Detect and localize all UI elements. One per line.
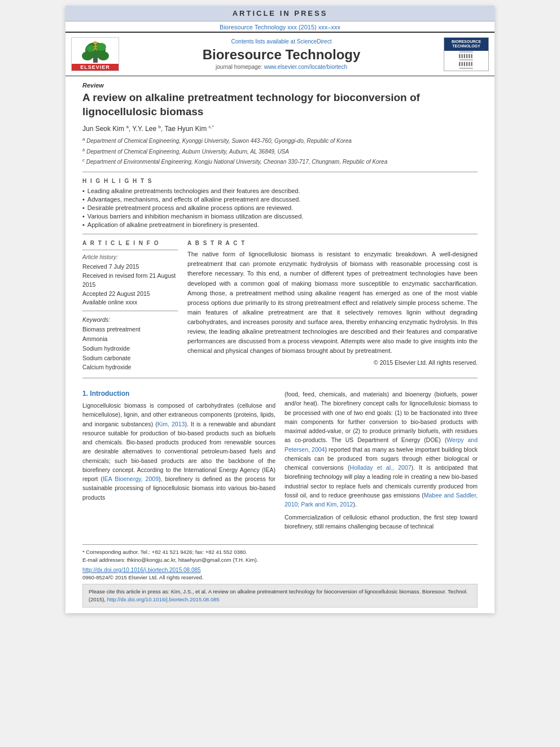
keyword-3: Sodium hydroxide [82, 344, 178, 353]
article-info-header: A R T I C L E I N F O [82, 240, 178, 246]
svg-point-6 [94, 41, 97, 45]
bioresource-logo: BIORESOURCETECHNOLOGY ━━━━━━▌▌▌▌▌▌━━━━━━… [444, 37, 489, 71]
abstract-col: A B S T R A C T The native form of ligno… [187, 240, 478, 372]
keyword-2: Ammonia [82, 334, 178, 344]
accepted-date: Accepted 22 August 2015 [82, 290, 178, 299]
elsevier-label-text: ELSEVIER [72, 64, 119, 71]
keyword-4: Sodium carbonate [82, 353, 178, 363]
corresponding-note: * Corresponding author. Tel.: +82 41 521… [82, 548, 478, 556]
divider-3 [82, 378, 478, 378]
keywords-label: Keywords: [82, 316, 178, 323]
article-info-col: A R T I C L E I N F O Article history: R… [82, 240, 178, 372]
intro-para-1: Lignocellulosic biomass is composed of c… [82, 401, 275, 502]
svg-point-5 [96, 43, 106, 51]
intro-section-title: 1. Introduction [82, 390, 275, 397]
article-type-label: Review [82, 82, 478, 89]
footnotes: * Corresponding author. Tel.: +82 41 521… [82, 544, 478, 580]
highlight-item-2: • Advantages, mechanisms, and effects of… [82, 196, 478, 203]
intro-para-3: Commercialization of cellulosic ethanol … [285, 513, 478, 531]
authors-line: Jun Seok Kim a, Y.Y. Lee b, Tae Hyun Kim… [82, 124, 478, 133]
intro-para-2: (food, feed, chemicals, and materials) a… [285, 390, 478, 509]
article-title: A review on alkaline pretreatment techno… [82, 91, 478, 119]
keyword-5: Calcium hydroxide [82, 362, 178, 372]
svg-point-2 [82, 51, 93, 60]
highlight-item-1: • Leading alkaline pretreatments technol… [82, 187, 478, 194]
homepage-url[interactable]: www.elsevier.com/locate/biortech [264, 64, 347, 70]
highlight-item-4: • Various barriers and inhibition mechan… [82, 213, 478, 220]
science-direct-link[interactable]: Contents lists available at ScienceDirec… [125, 38, 438, 45]
abstract-header: A B S T R A C T [187, 240, 478, 246]
journal-header: ELSEVIER Contents lists available at Sci… [65, 32, 495, 76]
highlight-item-5: • Application of alkaline pretreatment i… [82, 221, 478, 228]
journal-homepage: journal homepage: www.elsevier.com/locat… [125, 64, 438, 70]
divider-2 [82, 234, 478, 234]
highlights-section: H I G H L I G H T S • Leading alkaline p… [82, 178, 478, 228]
affiliation-a: a Department of Chemical Engineering, Ky… [82, 136, 478, 145]
body-content: 1. Introduction Lignocellulosic biomass … [82, 384, 478, 540]
elsevier-tree-icon [73, 40, 118, 64]
affiliation-c: c Department of Environmental Engineerin… [82, 157, 478, 166]
cite-box: Please cite this article in press as: Ki… [82, 584, 478, 608]
doi-link[interactable]: http://dx.doi.org/10.1016/j.biortech.201… [82, 567, 478, 573]
intro-two-col: 1. Introduction Lignocellulosic biomass … [82, 390, 478, 534]
highlight-item-3: • Desirable pretreatment process and alk… [82, 204, 478, 211]
received-date: Received 7 July 2015 [82, 263, 178, 272]
svg-point-3 [98, 51, 109, 60]
journal-title: Bioresource Technology [125, 47, 438, 63]
main-content: Review A review on alkaline pretreatment… [65, 76, 495, 613]
keyword-1: Biomass pretreatment [82, 325, 178, 334]
article-info-abstract: A R T I C L E I N F O Article history: R… [82, 240, 478, 372]
history-label: Article history: [82, 254, 178, 260]
journal-reference: Bioresource Technology xxx (2015) xxx–xx… [65, 21, 495, 32]
email-note: E-mail addresses: thkino@kongju.ac.kr, h… [82, 556, 478, 564]
intro-left-col: 1. Introduction Lignocellulosic biomass … [82, 390, 275, 534]
banner-text: ARTICLE IN PRESS [233, 9, 328, 18]
journal-ref-text: Bioresource Technology xxx (2015) xxx–xx… [220, 24, 340, 30]
elsevier-logo: ELSEVIER [71, 37, 119, 71]
issn-line: 0960-8524/© 2015 Elsevier Ltd. All right… [82, 574, 478, 580]
divider-1 [82, 172, 478, 172]
intro-right-col: (food, feed, chemicals, and materials) a… [285, 390, 478, 534]
copyright-line: © 2015 Elsevier Ltd. All rights reserved… [187, 359, 478, 366]
cite-doi-link[interactable]: http://dx.doi.org/10.1016/j.biortech.201… [107, 596, 220, 602]
abstract-text: The native form of lignocellulosic bioma… [187, 250, 478, 356]
affiliation-b: b Department of Chemical Engineering, Au… [82, 147, 478, 156]
journal-center: Contents lists available at ScienceDirec… [119, 38, 444, 70]
article-in-press-banner: ARTICLE IN PRESS [65, 6, 495, 21]
available-date: Available online xxxx [82, 298, 178, 307]
highlights-title: H I G H L I G H T S [82, 178, 478, 184]
received-revised-date: Received in revised form 21 August 2015 [82, 272, 178, 290]
page: ARTICLE IN PRESS Bioresource Technology … [65, 6, 495, 613]
